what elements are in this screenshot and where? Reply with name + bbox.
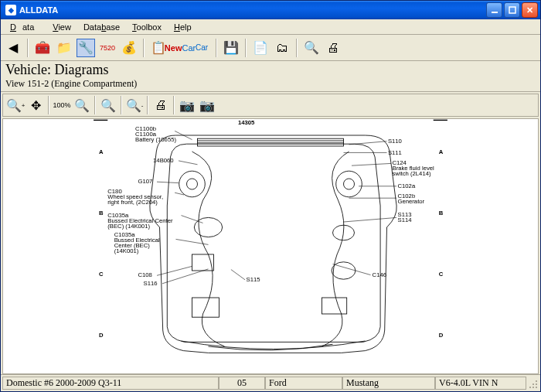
svg-line-37	[352, 163, 391, 165]
callout-label: 14B060	[153, 157, 174, 164]
tool-icon-3[interactable]: 🔧	[77, 39, 95, 57]
tool-icon-5[interactable]: 💰	[120, 39, 138, 57]
minimize-button[interactable]	[486, 2, 502, 18]
window-title: ALLDATA	[19, 5, 485, 15]
tool-icon-10[interactable]: 🔍	[302, 39, 321, 57]
tool-icon-7[interactable]: 💾	[222, 39, 240, 57]
vehicle-header: Vehicle: Diagrams View 151-2 (Engine Com…	[1, 61, 540, 92]
resize-grip[interactable]	[526, 377, 539, 390]
zoom-fit-button[interactable]: 🔍	[73, 96, 91, 114]
maximize-button[interactable]	[504, 2, 520, 18]
menu-database[interactable]: Database	[77, 21, 126, 33]
back-button[interactable]: ◀	[4, 39, 22, 57]
callout-label: S111	[388, 149, 402, 156]
svg-rect-43	[532, 383, 534, 385]
svg-text:14305: 14305	[238, 119, 255, 126]
print-button[interactable]: 🖨	[324, 39, 342, 57]
svg-line-40	[344, 217, 397, 222]
svg-rect-47	[536, 387, 537, 388]
camera2-button[interactable]: 📷	[198, 96, 216, 114]
svg-rect-1	[509, 7, 515, 13]
svg-rect-0	[492, 12, 498, 13]
callout-label: S110	[388, 138, 402, 145]
svg-rect-42	[536, 380, 537, 382]
svg-line-30	[182, 216, 203, 223]
engine-compartment-diagram: ABCD ABCD 14305	[3, 119, 538, 373]
svg-line-31	[176, 239, 209, 244]
zoom-tool-button[interactable]: 🔍	[99, 96, 117, 114]
svg-text:B: B	[439, 210, 444, 216]
callout-label: C146	[373, 271, 386, 278]
menu-help[interactable]: Help	[168, 21, 198, 33]
callout-label: (BEC) (14K001)	[107, 223, 150, 230]
callout-label: G107	[138, 178, 153, 185]
svg-rect-46	[532, 387, 534, 388]
status-model: Mustang	[342, 377, 435, 390]
callout-label: C108	[138, 271, 152, 278]
svg-text:A: A	[439, 148, 444, 155]
svg-line-32	[157, 266, 192, 275]
move-button[interactable]: ✥	[26, 96, 45, 114]
svg-point-17	[344, 179, 355, 189]
svg-text:B: B	[99, 210, 104, 216]
svg-line-27	[179, 161, 198, 165]
status-year: 05	[219, 377, 265, 390]
svg-rect-11	[198, 138, 344, 146]
callout-label: S115	[247, 276, 260, 283]
svg-text:C: C	[439, 271, 444, 278]
svg-line-33	[162, 269, 209, 284]
svg-text:D: D	[439, 332, 444, 339]
zoom-out-button[interactable]: 🔍-	[125, 96, 144, 114]
svg-point-22	[332, 262, 356, 279]
tool-icon-1[interactable]: 🧰	[33, 39, 52, 57]
svg-rect-44	[536, 383, 537, 385]
svg-line-34	[231, 270, 245, 280]
callout-label: C102a	[398, 182, 416, 189]
close-button[interactable]: ✕	[522, 2, 538, 18]
status-dataset: Domestic #6 2000-2009 Q3-11	[2, 377, 219, 390]
tool-icon-4[interactable]: 7520	[98, 39, 117, 57]
svg-line-28	[157, 182, 179, 182]
svg-rect-45	[529, 387, 531, 388]
page-subtitle: View 151-2 (Engine Compartment)	[5, 78, 536, 90]
svg-text:D: D	[99, 332, 104, 339]
car-button[interactable]: Car	[192, 39, 211, 57]
status-make: Ford	[265, 377, 342, 390]
tool-icon-8[interactable]: 📄	[251, 39, 270, 57]
tool-icon-2[interactable]: 📁	[55, 39, 73, 57]
statusbar: Domestic #6 2000-2009 Q3-11 05 Ford Must…	[1, 374, 540, 391]
camera1-button[interactable]: 📷	[178, 96, 196, 114]
callout-label: switch (2L414)	[393, 170, 431, 177]
svg-point-14	[179, 171, 206, 197]
svg-point-16	[336, 171, 362, 197]
callout-label: Generator	[398, 198, 425, 205]
menu-data[interactable]: Data	[4, 21, 46, 33]
svg-point-15	[187, 179, 198, 189]
callout-label: S114	[398, 216, 413, 223]
menubar: Data View Database Toolbox Help	[1, 19, 540, 35]
callout-label: right front, (2C204)	[107, 199, 158, 206]
svg-line-35	[349, 141, 387, 145]
callout-label: S116	[144, 280, 158, 287]
main-toolbar: ◀ 🧰 📁 🔧 7520 💰 📋 NewCar Car 💾 📄 🗂 🔍 🖨	[1, 35, 540, 61]
svg-text:A: A	[99, 148, 104, 155]
svg-rect-19	[192, 254, 214, 271]
callout-label: Battery (10655)	[135, 136, 176, 143]
diagram-viewport[interactable]: ABCD ABCD 14305	[2, 118, 539, 374]
app-icon: ◆	[5, 5, 16, 15]
zoom-100-button[interactable]: 100%	[53, 96, 71, 114]
callout-label: (14K001)	[114, 247, 139, 254]
tool-icon-9[interactable]: 🗂	[273, 39, 291, 57]
page-title: Vehicle: Diagrams	[5, 62, 536, 78]
menu-toolbox[interactable]: Toolbox	[126, 21, 168, 33]
titlebar: ◆ ALLDATA ✕	[1, 1, 540, 19]
print-diagram-button[interactable]: 🖨	[151, 96, 170, 114]
new-car-button[interactable]: NewCar	[171, 39, 189, 57]
svg-rect-23	[322, 298, 347, 314]
svg-text:C: C	[99, 271, 104, 278]
svg-line-41	[333, 264, 371, 275]
view-toolbar: 🔍+ ✥ 100% 🔍 🔍 🔍- 🖨 📷 📷	[2, 94, 539, 117]
zoom-in-button[interactable]: 🔍+	[6, 96, 25, 114]
menu-view[interactable]: View	[46, 21, 77, 33]
status-engine: V6-4.0L VIN N	[435, 377, 526, 390]
